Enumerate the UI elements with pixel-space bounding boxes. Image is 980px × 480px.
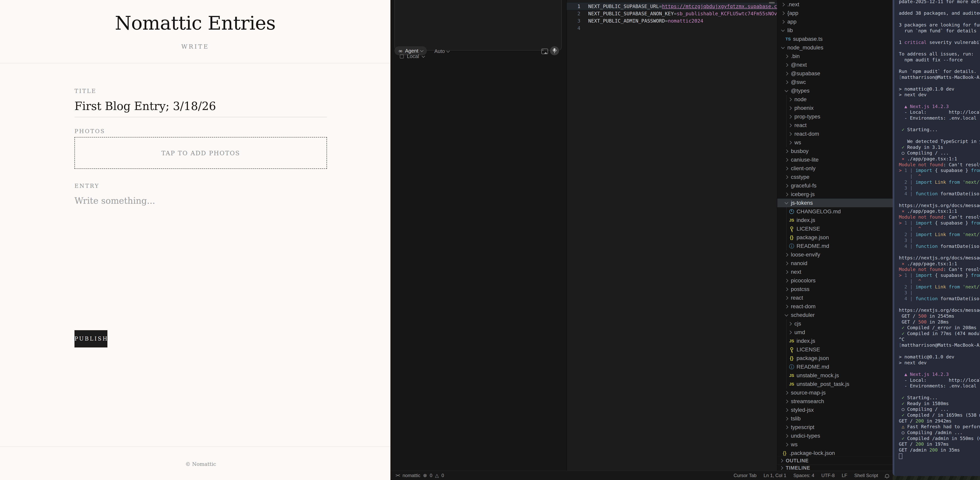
tree-folder[interactable]: ws	[777, 138, 892, 147]
tree-folder[interactable]: @types	[777, 86, 892, 95]
statusbar-item-lf[interactable]: LF	[842, 473, 847, 478]
statusbar-item-spaces-4[interactable]: Spaces: 4	[794, 473, 815, 478]
attach-image-icon[interactable]	[541, 49, 548, 54]
tree-file[interactable]: {}package.json	[777, 233, 892, 242]
local-environment-dropdown[interactable]: Local	[400, 53, 425, 59]
warnings-count[interactable]: 0	[441, 473, 444, 478]
notifications-bell-icon[interactable]	[885, 474, 889, 477]
tree-folder[interactable]: react-dom	[777, 302, 892, 311]
tree-folder[interactable]: phoenix	[777, 104, 892, 112]
tree-file[interactable]: JSindex.js	[777, 336, 892, 345]
title-label: TITLE	[75, 88, 96, 94]
tree-folder[interactable]: app	[777, 18, 892, 26]
terminal-line: | ^	[899, 226, 980, 232]
tree-folder[interactable]: ws	[777, 440, 892, 449]
tree-folder[interactable]: {app	[777, 9, 892, 18]
terminal-line: npm audit fix --force	[899, 57, 980, 63]
code-editor[interactable]: 1NEXT_PUBLIC_SUPABASE_URL=https://mtczgj…	[566, 0, 777, 470]
tree-folder[interactable]: @next	[777, 61, 892, 69]
workspace-name[interactable]: nomattic	[402, 473, 420, 478]
chevron-right-icon	[784, 193, 788, 196]
tree-folder[interactable]: @supabase	[777, 69, 892, 78]
add-photos-dropzone[interactable]: TAP TO ADD PHOTOS	[75, 137, 327, 169]
tree-item-label: .bin	[791, 53, 800, 59]
tree-folder[interactable]: csstype	[777, 173, 892, 181]
tree-folder[interactable]: next	[777, 268, 892, 276]
tree-folder[interactable]: react	[777, 293, 892, 302]
tree-folder[interactable]: react	[777, 121, 892, 129]
tree-file[interactable]: JSindex.js	[777, 216, 892, 225]
tree-folder[interactable]: tslib	[777, 414, 892, 423]
env-line[interactable]: 1NEXT_PUBLIC_SUPABASE_URL=https://mtczgj…	[566, 3, 777, 10]
tree-folder[interactable]: node	[777, 95, 892, 104]
tree-folder[interactable]: loose-envify	[777, 250, 892, 259]
readme-icon: ⓘ	[789, 243, 795, 250]
tree-file[interactable]: CHANGELOG.md	[777, 207, 892, 216]
tree-folder[interactable]: source-map-js	[777, 388, 892, 397]
tree-folder[interactable]: caniuse-lite	[777, 155, 892, 164]
tree-folder[interactable]: cjs	[777, 319, 892, 328]
tree-folder[interactable]: postcss	[777, 285, 892, 293]
tree-item-label: undici-types	[791, 433, 820, 439]
tree-file[interactable]: ⓘREADME.md	[777, 362, 892, 371]
tree-folder[interactable]: react-dom	[777, 129, 892, 138]
tree-folder[interactable]: lib	[777, 26, 892, 35]
terminal-output[interactable]: pdate-2025-12-11 for more details. added…	[899, 0, 980, 459]
write-nav-link[interactable]: WRITE	[0, 43, 390, 50]
tree-file[interactable]: {}package.json	[777, 354, 892, 362]
tree-item-label: cjs	[794, 321, 801, 327]
tree-folder[interactable]: graceful-fs	[777, 181, 892, 190]
env-line[interactable]: 4	[566, 24, 777, 32]
tree-folder[interactable]: node_modules	[777, 43, 892, 52]
timeline-section-header[interactable]: TIMELINE	[777, 465, 892, 470]
tree-file[interactable]: ⓘREADME.md	[777, 242, 892, 250]
tree-folder[interactable]: undici-types	[777, 432, 892, 440]
terminal-line: ○ Compiling / ...	[899, 150, 980, 156]
tree-folder[interactable]: styled-jsx	[777, 406, 892, 414]
tree-folder[interactable]: scheduler	[777, 311, 892, 319]
microphone-button[interactable]	[550, 46, 559, 55]
tree-file[interactable]: LICENSE	[777, 345, 892, 354]
tree-folder[interactable]: streamsearch	[777, 397, 892, 406]
tree-folder[interactable]: picocolors	[777, 276, 892, 285]
terminal-line: 3 |	[899, 238, 980, 244]
tree-folder[interactable]: .bin	[777, 52, 892, 61]
errors-count[interactable]: 0	[430, 473, 433, 478]
statusbar-item-shell-script[interactable]: Shell Script	[854, 473, 878, 478]
tree-file[interactable]: LICENSE	[777, 225, 892, 233]
tree-folder[interactable]: @swc	[777, 78, 892, 86]
statusbar-item-cursor-tab[interactable]: Cursor Tab	[733, 473, 757, 478]
remote-indicator-icon[interactable]: ><	[396, 473, 400, 478]
env-line[interactable]: 3NEXT_PUBLIC_ADMIN_PASSWORD=nomattic2024	[566, 17, 777, 24]
statusbar-item-ln-1-col-1[interactable]: Ln 1, Col 1	[764, 473, 786, 478]
outline-section-header[interactable]: OUTLINE	[777, 456, 892, 465]
title-input[interactable]: First Blog Entry; 3/18/26	[75, 100, 216, 113]
chat-input-box[interactable]	[395, 0, 562, 51]
tree-item-label: @supabase	[791, 70, 820, 77]
terminal-window[interactable]: pdate-2025-12-11 for more details. added…	[892, 0, 980, 476]
warnings-icon[interactable]: △	[435, 473, 439, 478]
tree-folder[interactable]: js-tokens	[777, 199, 892, 207]
tree-file[interactable]: JSunstable_mock.js	[777, 371, 892, 380]
tree-folder[interactable]: nanoid	[777, 259, 892, 268]
tree-folder[interactable]: umd	[777, 328, 892, 336]
tree-folder[interactable]: iceberg-js	[777, 190, 892, 199]
tree-item-label: nanoid	[791, 260, 807, 266]
footer-divider	[0, 447, 390, 447]
tree-folder[interactable]: client-only	[777, 164, 892, 173]
tree-folder[interactable]: typescript	[777, 423, 892, 432]
publish-button[interactable]: PUBLISH	[75, 330, 107, 348]
terminal-line: > 1 | import { supabase } from '@/lib/su…	[899, 167, 980, 174]
statusbar-item-utf-8[interactable]: UTF-8	[821, 473, 835, 478]
tree-folder[interactable]: .next	[777, 0, 892, 9]
tree-folder[interactable]: busboy	[777, 147, 892, 155]
env-line[interactable]: 2NEXT_PUBLIC_SUPABASE_ANON_KEY=sb_publis…	[566, 10, 777, 17]
tree-file[interactable]: TSsupabase.ts	[777, 35, 892, 43]
tree-folder[interactable]: prop-types	[777, 112, 892, 121]
editor-scrollbar[interactable]	[769, 2, 775, 3]
errors-icon[interactable]: ⊗	[423, 473, 427, 478]
terminal-line	[899, 302, 980, 308]
tree-file[interactable]: JSunstable_post_task.js	[777, 380, 892, 388]
model-dropdown[interactable]: Auto	[434, 48, 449, 54]
entry-textarea[interactable]: Write something...	[75, 196, 155, 206]
